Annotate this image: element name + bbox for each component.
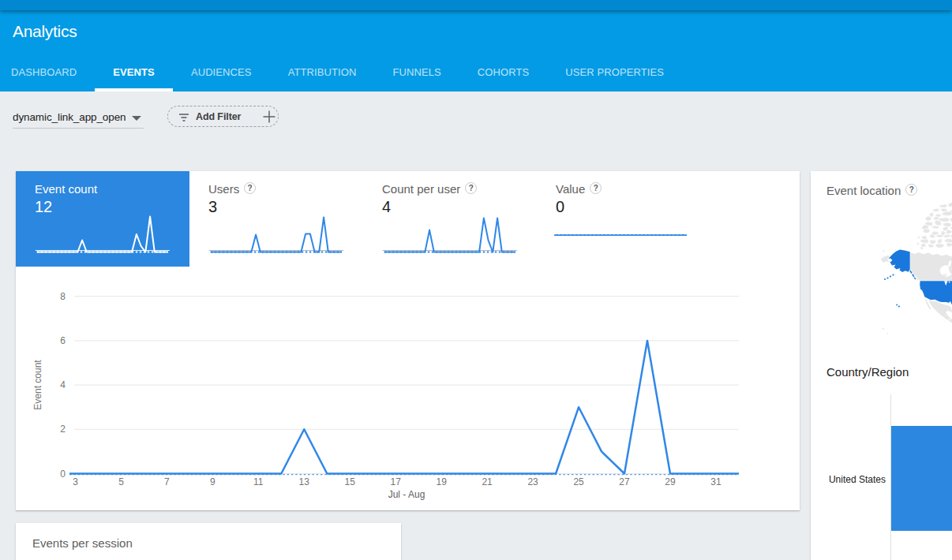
svg-text:5: 5 bbox=[118, 476, 124, 487]
svg-text:29: 29 bbox=[665, 476, 676, 487]
svg-text:7: 7 bbox=[164, 476, 170, 487]
svg-text:0: 0 bbox=[60, 469, 66, 480]
svg-text:3: 3 bbox=[73, 476, 78, 487]
svg-text:27: 27 bbox=[619, 476, 630, 487]
svg-text:6: 6 bbox=[60, 335, 66, 346]
svg-text:9: 9 bbox=[210, 476, 216, 487]
svg-text:19: 19 bbox=[437, 476, 448, 487]
svg-text:11: 11 bbox=[253, 476, 264, 487]
svg-text:21: 21 bbox=[482, 476, 493, 487]
svg-text:23: 23 bbox=[527, 476, 538, 487]
svg-text:17: 17 bbox=[391, 476, 402, 487]
svg-text:Event count: Event count bbox=[32, 360, 43, 410]
svg-text:8: 8 bbox=[60, 291, 66, 302]
svg-text:Jul - Aug: Jul - Aug bbox=[388, 489, 425, 500]
svg-text:13: 13 bbox=[299, 476, 310, 487]
svg-text:4: 4 bbox=[60, 379, 66, 390]
svg-text:25: 25 bbox=[573, 476, 584, 487]
svg-text:31: 31 bbox=[710, 476, 721, 487]
svg-text:15: 15 bbox=[345, 476, 356, 487]
svg-text:2: 2 bbox=[60, 424, 66, 435]
